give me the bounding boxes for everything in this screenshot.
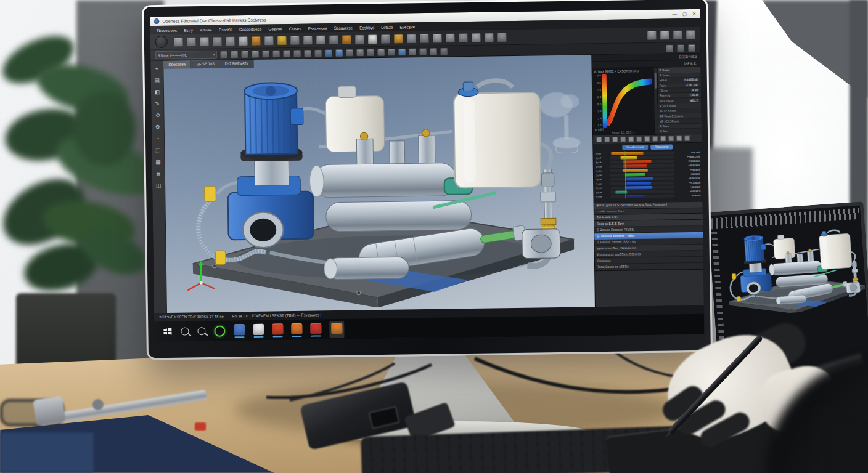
toolbar-icon[interactable]	[355, 34, 364, 44]
menu-item[interactable]: Sssaverse	[334, 25, 353, 30]
toolbar-icon[interactable]	[394, 34, 403, 43]
toolbar-icon[interactable]	[647, 30, 657, 39]
taskbar-app[interactable]	[310, 323, 321, 336]
menu-item[interactable]: Gesvae	[268, 26, 282, 31]
toolbar-icon[interactable]	[388, 48, 395, 55]
panel-tool-icon[interactable]	[620, 136, 626, 142]
toolbar-icon[interactable]	[283, 50, 290, 57]
search-icon[interactable]	[197, 327, 205, 335]
viewport-tab[interactable]: EF SE 783	[192, 60, 220, 69]
panel-tool-icon[interactable]	[628, 136, 634, 142]
tool-icon[interactable]: ◔	[154, 135, 162, 143]
tool-icon[interactable]: ◫	[155, 182, 163, 190]
toolbar-icon[interactable]	[666, 44, 673, 52]
minimize-button[interactable]: —	[672, 11, 677, 17]
toolbar-icon[interactable]	[200, 36, 209, 46]
toolbar-icon[interactable]	[293, 49, 301, 57]
toolbar-icon[interactable]	[356, 49, 364, 56]
tool-icon[interactable]: ⌖	[153, 65, 161, 73]
panel-tool-icon[interactable]	[668, 135, 674, 141]
toolbar-icon[interactable]	[673, 30, 682, 39]
app-logo-icon[interactable]	[155, 36, 168, 48]
menu-item[interactable]: Evecsve	[399, 25, 415, 29]
gantt-tab[interactable]: Tessvsses	[650, 144, 673, 150]
gantt-tab[interactable]: Dssabsvsves	[622, 145, 648, 150]
toolbar-icon[interactable]	[264, 36, 274, 45]
toolbar-icon[interactable]	[367, 49, 374, 56]
tool-icon[interactable]: ▤	[153, 76, 161, 84]
selection-dropdown[interactable]: 4 Msse |———| 8E ▾	[155, 51, 217, 59]
toolbar-icon[interactable]	[314, 49, 322, 57]
toolbar-icon[interactable]	[686, 30, 695, 39]
start-button[interactable]	[163, 327, 172, 336]
gantt-row[interactable]: Ksse+88888	[596, 193, 700, 199]
search-icon[interactable]	[181, 327, 189, 335]
taskbar-app[interactable]	[234, 324, 245, 338]
toolbar-icon[interactable]	[272, 50, 280, 57]
toolbar-icon[interactable]	[677, 44, 684, 52]
toolbar-icon[interactable]	[335, 49, 343, 56]
toolbar-icon[interactable]	[226, 36, 235, 46]
menu-item[interactable]: Casserteese	[239, 26, 262, 31]
toolbar-icon[interactable]	[420, 33, 429, 42]
toolbar-icon[interactable]	[304, 49, 311, 57]
toolbar-icon[interactable]	[660, 30, 669, 39]
toolbar-icon[interactable]	[419, 47, 427, 55]
toolbar-icon[interactable]	[262, 50, 269, 57]
toolbar-icon[interactable]	[688, 44, 695, 51]
menu-item[interactable]: Tbacesrves	[157, 28, 178, 32]
tool-icon[interactable]: ⚙	[154, 123, 162, 131]
toolbar-icon[interactable]	[329, 34, 338, 44]
panel-tool-icon[interactable]	[596, 137, 602, 142]
taskbar-app[interactable]	[272, 323, 283, 337]
panel-tool-icon[interactable]	[660, 136, 666, 142]
menu-item[interactable]: Essat%	[219, 27, 232, 31]
panel-tool-icon[interactable]	[644, 136, 650, 142]
toolbar-icon[interactable]	[252, 50, 259, 57]
toolbar-icon[interactable]	[290, 35, 300, 44]
toolbar-icon[interactable]	[368, 34, 377, 44]
taskbar-app[interactable]	[253, 323, 264, 337]
menu-item[interactable]: Cstses	[289, 26, 301, 30]
menu-item[interactable]: Letsze	[381, 25, 393, 29]
panel-tool-icon[interactable]	[636, 136, 642, 142]
toolbar-icon[interactable]	[381, 34, 390, 43]
toolbar-icon[interactable]	[433, 33, 442, 42]
menu-item[interactable]: Estry	[184, 28, 193, 32]
tool-icon[interactable]: ◧	[153, 88, 161, 96]
scrollbar-thumb[interactable]	[655, 73, 657, 89]
toolbar-icon[interactable]	[398, 48, 406, 55]
menu-item[interactable]: Esscesses	[308, 26, 327, 30]
viewport-tab[interactable]: Dswsssaw	[163, 60, 192, 69]
toolbar-icon[interactable]	[239, 36, 248, 46]
browser-icon[interactable]	[214, 325, 225, 336]
panel-tool-icon[interactable]	[604, 137, 610, 142]
toolbar-icon[interactable]	[497, 33, 507, 42]
toolbar-icon[interactable]	[316, 35, 326, 44]
maximize-button[interactable]: ▢	[682, 11, 687, 17]
tool-icon[interactable]: ✎	[154, 100, 162, 108]
close-button[interactable]: ✕	[692, 11, 696, 17]
viewport-tab[interactable]: Ds7 BXEVATs	[220, 60, 254, 68]
toolbar-icon[interactable]	[220, 51, 227, 58]
panel-tool-icon[interactable]	[684, 135, 690, 141]
toolbar-icon[interactable]	[325, 49, 332, 57]
toolbar-icon[interactable]	[213, 36, 222, 46]
toolbar-icon[interactable]	[407, 34, 416, 43]
panel-tool-icon[interactable]	[652, 136, 658, 142]
tool-icon[interactable]: ⬚	[154, 147, 162, 155]
toolbar-icon[interactable]	[241, 51, 248, 58]
menu-item[interactable]: Kmsse	[200, 27, 212, 31]
toolbar-icon[interactable]	[472, 33, 481, 42]
toolbar-icon[interactable]	[430, 47, 437, 55]
panel-tool-icon[interactable]	[612, 137, 618, 142]
taskbar-app[interactable]	[291, 323, 302, 336]
toolbar-icon[interactable]	[409, 48, 416, 55]
toolbar-icon[interactable]	[377, 48, 385, 55]
toolbar-icon[interactable]	[485, 33, 494, 42]
menu-item[interactable]: Esskbys	[359, 25, 374, 30]
toolbar-icon[interactable]	[174, 37, 183, 46]
panel-tool-icon[interactable]	[676, 135, 682, 141]
3d-model-hydraulic-power-unit[interactable]	[166, 65, 586, 309]
toolbar-icon[interactable]	[187, 37, 196, 46]
